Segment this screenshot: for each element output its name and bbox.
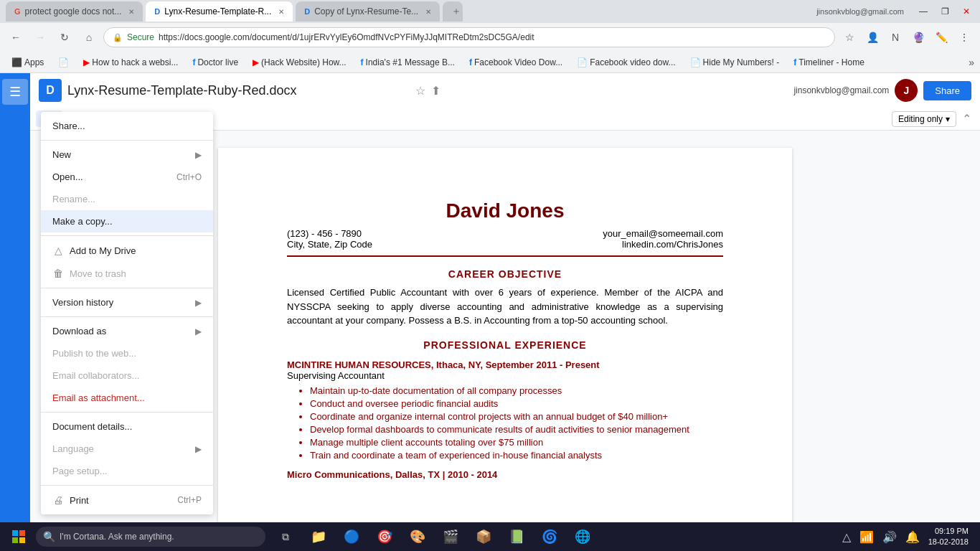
tray-volume-icon[interactable]: 🔊 xyxy=(880,527,900,547)
user-avatar[interactable]: J xyxy=(895,79,918,102)
collapse-toolbar-button[interactable]: ⌃ xyxy=(959,109,974,128)
document-title[interactable]: Lynx-Resume-Template-Ruby-Red.docx xyxy=(67,83,410,98)
doc-details-label: Document details... xyxy=(52,421,132,432)
resume-career-body: Licensed Certified Public Accountant wit… xyxy=(287,286,723,328)
bullet-2: Conduct and oversee periodic financial a… xyxy=(310,398,723,409)
menu-item-rename: Rename... xyxy=(41,188,213,210)
sidebar-menu-button[interactable]: ☰ xyxy=(2,79,28,105)
bookmarks-more-button[interactable]: » xyxy=(969,57,974,68)
system-tray: △ 📶 🔊 🔔 09:19 PM 18-02-2018 xyxy=(834,526,977,548)
bookmark-hacksite[interactable]: ▶ (Hack Website) How... xyxy=(247,56,352,69)
address-bar[interactable]: 🔒 Secure https://docs.google.com/documen… xyxy=(103,27,835,47)
tab-favicon-1: G xyxy=(14,7,21,16)
menu-item-download[interactable]: Download as ▶ xyxy=(41,320,213,342)
language-label: Language xyxy=(52,443,94,454)
tab-2[interactable]: D Lynx-Resume-Template-R... ✕ xyxy=(146,1,293,22)
publish-label: Publish to the web... xyxy=(52,348,136,359)
taskbar-app-6[interactable]: 📗 xyxy=(501,524,532,550)
clock[interactable]: 09:19 PM 18-02-2018 xyxy=(925,526,971,548)
chrome-extension-1[interactable]: N xyxy=(885,27,905,47)
bookmark-doctor[interactable]: f Doctor live xyxy=(187,56,244,69)
tab-close-3[interactable]: ✕ xyxy=(425,8,431,16)
task-view-button[interactable]: ⧉ xyxy=(270,524,301,550)
menu-item-add-drive[interactable]: △ Add to My Drive xyxy=(41,239,213,262)
tab-favicon-3: D xyxy=(304,7,310,16)
menu-item-open[interactable]: Open... Ctrl+O xyxy=(41,166,213,188)
chrome-extension-3[interactable]: ✏️ xyxy=(931,27,951,47)
bookmark-india[interactable]: f India's #1 Message B... xyxy=(355,56,461,69)
home-button[interactable]: ⌂ xyxy=(79,27,99,47)
maximize-button[interactable]: ❐ xyxy=(937,4,953,19)
taskbar-app-7[interactable]: 🌀 xyxy=(534,524,565,550)
yt-icon: ▶ xyxy=(83,57,90,67)
menu-item-new[interactable]: New ▶ xyxy=(41,143,213,166)
tab-favicon-2: D xyxy=(154,7,160,16)
chrome-menu-button[interactable]: ⋮ xyxy=(954,27,974,47)
taskbar-app-5[interactable]: 📦 xyxy=(468,524,499,550)
reload-button[interactable]: ↻ xyxy=(55,27,75,47)
chrome-taskbar[interactable]: 🌐 xyxy=(567,524,598,550)
header-actions: jinsonkvblog@gmail.com J Share xyxy=(793,79,971,102)
start-button[interactable] xyxy=(3,524,34,550)
bookmark-hidemynum[interactable]: 📄 Hide My Numbers! - xyxy=(684,56,786,69)
tray-network-icon[interactable]: 📶 xyxy=(857,527,877,547)
secure-icon: 🔒 xyxy=(113,33,123,42)
menu-item-print[interactable]: 🖨 Print Ctrl+P xyxy=(41,489,213,512)
menu-item-make-copy[interactable]: Make a copy... xyxy=(41,210,213,232)
back-button[interactable]: ← xyxy=(6,27,26,47)
menu-item-version[interactable]: Version history ▶ xyxy=(41,291,213,314)
bookmark-timeliner[interactable]: f Timeliner - Home xyxy=(788,56,870,69)
explorer-button[interactable]: 📁 xyxy=(303,524,334,550)
menu-item-email-attach[interactable]: Email as attachment... xyxy=(41,387,213,409)
tray-show-hidden[interactable]: △ xyxy=(839,527,854,547)
time-display: 09:19 PM xyxy=(928,526,969,537)
bookmark-fbvid-label: Facebook Video Dow... xyxy=(474,57,562,67)
bookmark-hidemynum-label: Hide My Numbers! - xyxy=(703,57,780,67)
tab-close-2[interactable]: ✕ xyxy=(278,8,284,16)
minimize-button[interactable]: — xyxy=(915,4,931,19)
bullet-5: Manage multiple client accounts totaling… xyxy=(310,437,723,448)
svg-rect-1 xyxy=(19,530,25,536)
address-bar-actions: ☆ 👤 N 🔮 ✏️ ⋮ xyxy=(839,27,974,47)
tab-1[interactable]: G protect google docs not... ✕ xyxy=(6,1,143,22)
new-arrow-icon: ▶ xyxy=(195,150,202,160)
bookmark-fbvid2[interactable]: 📄 Facebook video dow... xyxy=(571,56,681,69)
window-controls: jinsonkvblog@gmail.com — ❐ ✕ xyxy=(816,4,974,19)
move-to-drive-icon[interactable]: ⬆ xyxy=(431,84,440,98)
language-arrow-icon: ▶ xyxy=(195,444,202,454)
print-icon: 🖨 xyxy=(52,494,64,506)
menu-item-language: Language ▶ xyxy=(41,438,213,460)
share-button[interactable]: Share xyxy=(923,81,971,100)
chrome-extension-2[interactable]: 🔮 xyxy=(908,27,928,47)
menu-item-share[interactable]: Share... xyxy=(41,115,213,137)
bookmark-star-button[interactable]: ☆ xyxy=(839,27,859,47)
taskbar-app-2[interactable]: 🎯 xyxy=(369,524,400,550)
google-account-button[interactable]: 👤 xyxy=(862,27,882,47)
bookmark-doc[interactable]: 📄 xyxy=(52,56,75,69)
taskbar-app-1[interactable]: 🔵 xyxy=(336,524,367,550)
bookmark-hacksite-label: (Hack Website) How... xyxy=(261,57,346,67)
tab-3[interactable]: D Copy of Lynx-Resume-Te... ✕ xyxy=(296,1,440,22)
forward-button[interactable]: → xyxy=(30,27,50,47)
tray-notification-icon[interactable]: 🔔 xyxy=(903,527,923,547)
bookmark-hack[interactable]: ▶ How to hack a websi... xyxy=(77,56,184,69)
close-button[interactable]: ✕ xyxy=(958,4,974,19)
bookmark-fbvid[interactable]: f Facebook Video Dow... xyxy=(463,56,568,69)
cortana-search[interactable]: 🔍 I'm Cortana. Ask me anything. xyxy=(36,527,265,547)
bullet-6: Train and coordinate a team of experienc… xyxy=(310,450,723,461)
new-label: New xyxy=(52,149,71,160)
tab-new[interactable]: ＋ xyxy=(443,1,463,22)
editing-mode-label: Editing only xyxy=(898,114,943,124)
bookmark-apps[interactable]: ⬛ Apps xyxy=(6,56,50,69)
user-email: jinsonkvblog@gmail.com xyxy=(793,85,889,95)
tab-label-3: Copy of Lynx-Resume-Te... xyxy=(314,6,418,17)
tab-close-1[interactable]: ✕ xyxy=(128,8,134,16)
star-document-button[interactable]: ☆ xyxy=(415,84,425,98)
editing-mode-button[interactable]: Editing only ▾ xyxy=(892,111,956,127)
trash-label: Move to trash xyxy=(70,268,126,279)
taskbar-items: ⧉ 📁 🔵 🎯 🎨 🎬 📦 📗 🌀 🌐 xyxy=(270,524,598,550)
menu-item-doc-details[interactable]: Document details... xyxy=(41,415,213,438)
docs-title-bar: D Lynx-Resume-Template-Ruby-Red.docx ☆ ⬆… xyxy=(30,73,980,108)
taskbar-app-4[interactable]: 🎬 xyxy=(435,524,466,550)
taskbar-app-3[interactable]: 🎨 xyxy=(402,524,433,550)
